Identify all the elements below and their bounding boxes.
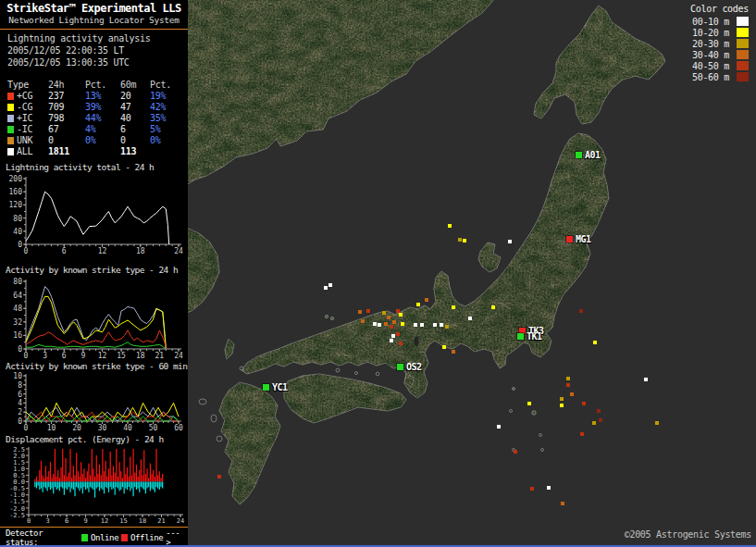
- station-label: YC1: [272, 382, 288, 392]
- lightning-strike-marker: [579, 309, 583, 313]
- table-row: UNK00%00%: [7, 135, 183, 146]
- lightning-strike-marker: [378, 323, 381, 327]
- lightning-strike-marker: [599, 418, 602, 422]
- svg-text:2.5: 2.5: [13, 446, 25, 454]
- lightning-strike-marker: [396, 332, 400, 336]
- legend-color-swatch: [737, 17, 749, 26]
- svg-text:24: 24: [174, 352, 183, 360]
- header-divider: [0, 29, 188, 30]
- svg-text:0: 0: [24, 424, 29, 432]
- svg-text:40: 40: [123, 424, 132, 432]
- lightning-strike-marker: [592, 421, 596, 425]
- lightning-strike-marker: [358, 310, 362, 314]
- svg-text:6: 6: [62, 352, 67, 360]
- type-color-swatch: [7, 104, 14, 111]
- lightning-strike-marker: [382, 311, 386, 315]
- chart-bytype-60min: 01020304050600246810: [1, 372, 186, 433]
- lightning-strike-marker: [440, 323, 443, 327]
- svg-text:-1.5: -1.5: [9, 498, 25, 505]
- station-status-icon: [566, 236, 573, 242]
- svg-text:50: 50: [149, 424, 158, 432]
- lightning-strike-marker: [560, 404, 564, 407]
- legend: Color codes 00-10 m10-20 m20-30 m30-40 m…: [690, 4, 749, 82]
- svg-text:80: 80: [13, 278, 22, 286]
- svg-text:15: 15: [117, 352, 126, 360]
- svg-text:-2.5: -2.5: [9, 512, 25, 519]
- svg-text:1.5: 1.5: [13, 459, 25, 466]
- lightning-strike-marker: [373, 322, 377, 326]
- online-status-icon: [81, 534, 88, 541]
- app-window: StrikeStar™ Experimental LLS Networked L…: [0, 0, 756, 547]
- detector-station-a01[interactable]: A01: [576, 150, 601, 160]
- lightning-strike-marker: [416, 303, 420, 306]
- svg-text:10: 10: [13, 372, 22, 380]
- lightning-strike-marker: [217, 475, 221, 479]
- legend-row: 00-10 m: [690, 16, 749, 27]
- svg-text:0: 0: [18, 241, 22, 249]
- offline-label: Offline: [130, 533, 163, 542]
- svg-text:32: 32: [13, 318, 22, 327]
- lightning-strike-marker: [384, 322, 388, 326]
- svg-text:24: 24: [174, 247, 183, 255]
- lightning-strike-marker: [361, 319, 365, 323]
- chart-displacement-title: Displacement pct. (Energy) - 24 h: [0, 434, 193, 444]
- map-region[interactable]: Color codes 00-10 m10-20 m20-30 m30-40 m…: [188, 0, 756, 545]
- lightning-strike-marker: [458, 238, 462, 242]
- svg-text:200: 200: [9, 175, 23, 183]
- svg-text:4: 4: [18, 399, 22, 407]
- detector-station-tk1[interactable]: TK1: [517, 331, 542, 342]
- svg-text:48: 48: [13, 305, 22, 313]
- type-color-swatch: [7, 148, 14, 155]
- svg-text:15: 15: [119, 517, 127, 525]
- lightning-strike-marker: [387, 316, 390, 319]
- svg-text:12: 12: [98, 352, 107, 360]
- svg-text:12: 12: [101, 517, 108, 525]
- station-status-icon: [397, 364, 403, 370]
- table-row: ALL1811113: [7, 146, 183, 157]
- lightning-strike-marker: [425, 298, 428, 302]
- svg-text:0: 0: [18, 417, 22, 426]
- detector-station-mg1[interactable]: MG1: [566, 234, 591, 244]
- type-color-swatch: [7, 137, 14, 144]
- lightning-strike-marker: [468, 317, 472, 320]
- lightning-strike-marker: [366, 309, 370, 313]
- svg-text:2.0: 2.0: [13, 453, 25, 460]
- lightning-strike-marker: [414, 323, 417, 327]
- lightning-strike-marker: [448, 224, 452, 228]
- type-color-swatch: [7, 93, 14, 100]
- lightning-strike-marker: [593, 341, 597, 344]
- lightning-strike-marker: [491, 305, 495, 309]
- svg-text:18: 18: [136, 352, 145, 360]
- svg-text:20: 20: [72, 424, 81, 432]
- utc-time: 2005/12/05 13:00:35 UTC: [0, 57, 195, 68]
- lightning-strike-marker: [390, 325, 393, 329]
- lightning-strike-marker: [391, 334, 395, 338]
- table-row: +CG23713%2019%: [7, 91, 183, 102]
- svg-text:0: 0: [18, 345, 22, 354]
- table-row: +IC79844%4035%: [7, 113, 183, 124]
- svg-text:0.0: 0.0: [13, 479, 25, 486]
- svg-text:60: 60: [174, 424, 183, 432]
- sidebar: StrikeStar™ Experimental LLS Networked L…: [0, 0, 188, 545]
- legend-color-swatch: [737, 72, 749, 81]
- detector-station-os2[interactable]: OS2: [397, 362, 422, 372]
- type-color-swatch: [7, 115, 14, 122]
- lightning-strike-marker: [328, 283, 332, 287]
- svg-text:40: 40: [13, 228, 22, 236]
- lightning-strike-marker: [401, 322, 404, 326]
- lightning-strike-marker: [560, 397, 564, 401]
- offline-status-icon: [121, 534, 128, 541]
- svg-text:9: 9: [83, 517, 87, 525]
- detector-station-yc1[interactable]: YC1: [263, 382, 288, 392]
- lightning-strike-marker: [442, 345, 446, 349]
- lightning-strike-marker: [445, 325, 449, 329]
- station-label: A01: [585, 150, 601, 160]
- status-scroll-arrow[interactable]: --->: [166, 528, 184, 547]
- svg-text:64: 64: [13, 292, 22, 300]
- lightning-strike-marker: [530, 487, 534, 491]
- svg-text:0: 0: [27, 517, 31, 525]
- station-label: OS2: [406, 362, 422, 372]
- svg-text:21: 21: [157, 517, 165, 525]
- app-header: StrikeStar™ Experimental LLS Networked L…: [0, 2, 188, 25]
- legend-color-swatch: [737, 50, 749, 59]
